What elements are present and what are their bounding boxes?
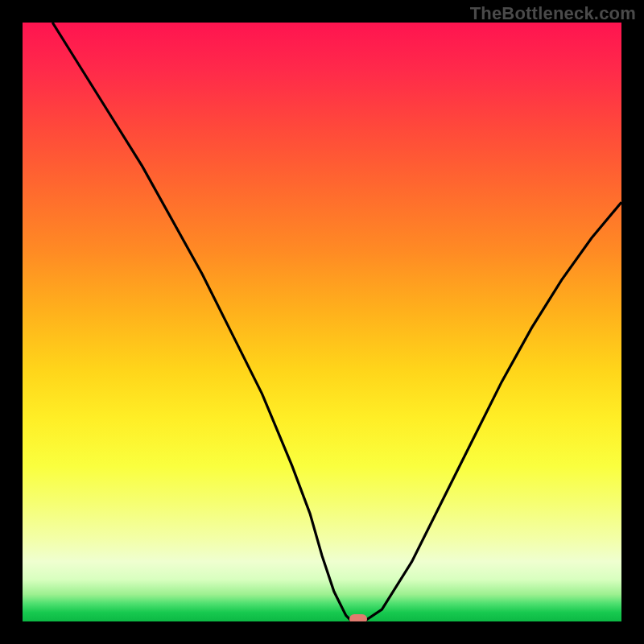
bottleneck-curve (23, 23, 621, 621)
watermark-text: TheBottleneck.com (470, 3, 636, 24)
bottleneck-curve-path (52, 23, 621, 621)
plot-area (23, 23, 621, 621)
chart-frame: TheBottleneck.com (0, 0, 644, 644)
optimal-marker (349, 614, 367, 621)
